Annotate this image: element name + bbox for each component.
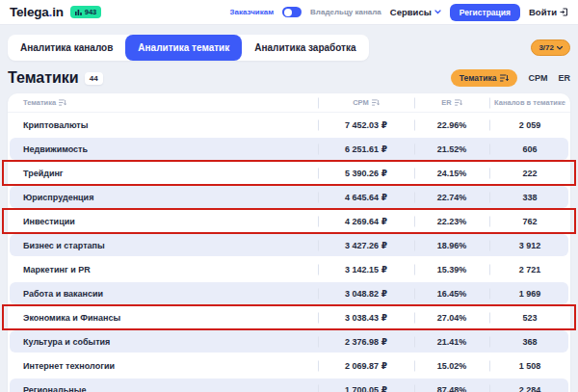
er-cell: 22.23% xyxy=(414,217,489,226)
channels-cell: 762 xyxy=(489,217,570,226)
topic-cell: Региональные xyxy=(8,385,318,392)
cpm-cell: 2 376.98 ₽ xyxy=(318,337,414,347)
sort-controls: Тематика CPM ER xyxy=(451,69,570,87)
tab-channel-analytics[interactable]: Аналитика каналов xyxy=(8,35,125,61)
cpm-cell: 2 069.87 ₽ xyxy=(318,361,414,371)
er-cell: 27.04% xyxy=(414,313,489,323)
er-cell: 18.96% xyxy=(414,241,489,250)
channels-cell: 3 912 xyxy=(489,241,570,250)
channels-cell: 222 xyxy=(489,169,570,178)
channels-cell: 523 xyxy=(489,313,570,323)
tab-earnings-analytics[interactable]: Аналитика заработка xyxy=(242,35,368,61)
column-header-topic[interactable]: Тематика xyxy=(8,98,318,107)
cpm-cell: 3 142.15 ₽ xyxy=(318,265,414,274)
services-menu[interactable]: Сервисы xyxy=(390,7,441,17)
er-cell: 87.48% xyxy=(414,385,489,392)
er-cell: 21.52% xyxy=(414,144,489,154)
channel-owner-link[interactable]: Владельцу канала xyxy=(310,8,381,16)
logo[interactable]: Telega.in 943 xyxy=(10,5,101,19)
logout-icon xyxy=(560,8,568,16)
sort-by-cpm-link[interactable]: CPM xyxy=(528,73,547,83)
topic-cell: Интернет технологии xyxy=(8,361,318,371)
cpm-cell: 3 427.26 ₽ xyxy=(318,241,414,250)
table-row[interactable]: Трейдинг 5 390.26 ₽ 24.15% 222 xyxy=(8,161,570,185)
chart-bars-icon xyxy=(75,9,82,15)
table-row[interactable]: Региональные 1 700.05 ₽ 87.48% 2 284 xyxy=(8,378,570,392)
topic-cell: Бизнес и стартапы xyxy=(8,241,318,250)
cpm-cell: 5 390.26 ₽ xyxy=(318,169,414,178)
channels-cell: 2 284 xyxy=(489,385,570,392)
audience-toggle[interactable] xyxy=(282,7,302,17)
er-cell: 24.15% xyxy=(414,169,489,178)
table-row[interactable]: Маркетинг и PR 3 142.15 ₽ 15.39% 2 721 xyxy=(8,257,570,281)
topic-cell: Культура и события xyxy=(8,337,318,347)
topic-cell: Маркетинг и PR xyxy=(8,265,318,274)
sort-icon xyxy=(59,99,66,106)
table-row[interactable]: Криптовалюты 7 452.03 ₽ 22.96% 2 059 xyxy=(8,113,570,137)
column-header-cpm[interactable]: CPM xyxy=(318,98,414,107)
toggle-knob xyxy=(284,9,292,16)
channels-cell: 2 721 xyxy=(489,265,570,274)
cpm-cell: 3 048.82 ₽ xyxy=(318,289,414,299)
er-cell: 15.02% xyxy=(414,361,489,371)
sort-by-er-link[interactable]: ER xyxy=(558,73,570,83)
er-cell: 22.96% xyxy=(414,120,489,130)
table-row[interactable]: Работа и вакансии 3 048.82 ₽ 16.45% 1 96… xyxy=(8,281,570,305)
channels-cell: 2 059 xyxy=(489,120,570,130)
er-cell: 21.41% xyxy=(414,337,489,347)
pager-badge[interactable]: 3/72 xyxy=(531,39,570,56)
channels-count-badge: 943 xyxy=(70,6,102,18)
sort-icon xyxy=(500,74,509,82)
sort-icon xyxy=(455,99,462,106)
sort-icon xyxy=(372,99,380,106)
cpm-cell: 6 251.61 ₽ xyxy=(318,144,414,154)
table-row[interactable]: Юриспруденция 4 645.64 ₽ 22.74% 338 xyxy=(8,185,570,209)
column-header-er[interactable]: ER xyxy=(414,98,489,107)
er-cell: 22.74% xyxy=(414,193,489,202)
customers-link[interactable]: Заказчикам xyxy=(229,8,274,16)
channels-cell: 1 969 xyxy=(489,289,570,299)
channels-cell: 1 508 xyxy=(489,361,570,371)
table-row[interactable]: Бизнес и стартапы 3 427.26 ₽ 18.96% 3 91… xyxy=(8,233,570,257)
register-button[interactable]: Регистрация xyxy=(450,4,520,21)
cpm-cell: 4 269.64 ₽ xyxy=(318,217,414,226)
er-cell: 16.45% xyxy=(414,289,489,299)
topic-cell: Инвестиции xyxy=(8,217,318,226)
table-row[interactable]: Культура и события 2 376.98 ₽ 21.41% 368 xyxy=(8,329,570,353)
sort-by-topic-pill[interactable]: Тематика xyxy=(451,69,518,87)
topic-cell: Трейдинг xyxy=(8,169,318,178)
page-title: Тематики xyxy=(8,69,79,87)
column-header-channels[interactable]: Каналов в тематике xyxy=(489,98,570,107)
table-row[interactable]: Интернет технологии 2 069.87 ₽ 15.02% 1 … xyxy=(8,353,570,378)
tab-topic-analytics[interactable]: Аналитика тематик xyxy=(125,35,242,61)
cpm-cell: 7 452.03 ₽ xyxy=(318,120,414,130)
topic-cell: Экономика и Финансы xyxy=(8,313,318,323)
channels-cell: 338 xyxy=(489,193,570,202)
channels-count: 943 xyxy=(85,8,97,16)
logo-wordmark: Telega.in xyxy=(10,5,64,19)
table-row[interactable]: Недвижимость 6 251.61 ₽ 21.52% 606 xyxy=(8,137,570,161)
topic-cell: Недвижимость xyxy=(8,144,318,154)
topic-cell: Юриспруденция xyxy=(8,193,318,202)
cpm-cell: 3 038.43 ₽ xyxy=(318,313,414,323)
top-bar: Telega.in 943 Заказчикам Владельцу канал… xyxy=(0,0,578,25)
cpm-cell: 1 700.05 ₽ xyxy=(318,385,414,392)
chevron-down-icon xyxy=(434,10,441,14)
er-cell: 15.39% xyxy=(414,265,489,274)
topics-table: Тематика CPM ER Каналов в тематике Крипт… xyxy=(8,93,570,392)
topics-count-badge: 44 xyxy=(85,72,103,85)
chevron-down-icon xyxy=(557,46,563,50)
channels-cell: 606 xyxy=(489,144,570,154)
cpm-cell: 4 645.64 ₽ xyxy=(318,193,414,202)
analytics-tabs: Аналитика каналов Аналитика тематик Анал… xyxy=(8,35,369,61)
topic-cell: Криптовалюты xyxy=(8,120,318,130)
table-row[interactable]: Инвестиции 4 269.64 ₽ 22.23% 762 xyxy=(8,209,570,233)
channels-cell: 368 xyxy=(489,337,570,347)
topic-cell: Работа и вакансии xyxy=(8,289,318,299)
table-row[interactable]: Экономика и Финансы 3 038.43 ₽ 27.04% 52… xyxy=(8,305,570,329)
table-header-row: Тематика CPM ER Каналов в тематике xyxy=(8,93,570,113)
login-button[interactable]: Войти xyxy=(529,7,568,17)
